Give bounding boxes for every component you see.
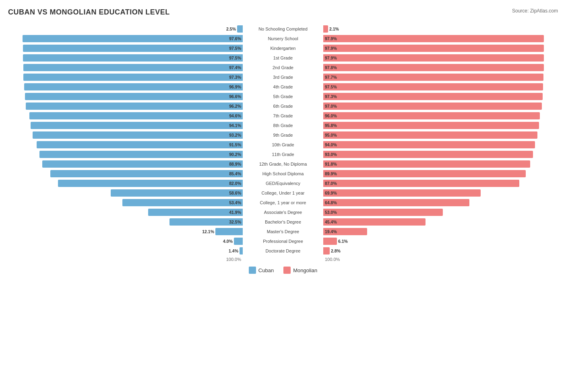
val-mongolian: 87.0% [325,181,337,186]
bar-row: 53.4% College, 1 year or more 64.8% [8,198,558,207]
bar-row: 97.3% 3rd Grade 97.7% [8,73,558,82]
bar-left: 32.5% [169,218,243,226]
bar-right-container: 45.4% [323,218,558,226]
bar-row: 4.0% Professional Degree 6.1% [8,237,558,246]
val-mongolian: 95.0% [325,133,337,138]
bar-left-container: 93.2% [8,131,243,139]
bar-pair: 88.9% 12th Grade, No Diploma 91.8% [8,160,558,168]
val-mongolian: 97.9% [325,55,337,60]
bar-right: 94.0% [323,141,535,148]
val-mongolian: 2.1% [329,27,339,31]
bar-row: 82.0% GED/Equivalency 87.0% [8,179,558,188]
val-mongolian: 2.8% [331,248,341,253]
bar-center-label: 9th Grade [243,132,323,138]
bar-left: 90.2% [39,151,243,158]
bar-right: 97.9% [323,35,544,42]
mongolian-label: Mongolian [293,267,317,273]
bar-right-container: 97.9% [323,35,558,42]
bar-left-container: 53.4% [8,199,243,206]
bar-right-container: 93.0% [323,151,558,158]
bar-left [240,247,243,254]
val-cuban: 32.5% [229,220,241,224]
bar-pair: 58.6% College, Under 1 year 69.9% [8,189,558,197]
bar-center-label: Doctorate Degree [243,248,323,254]
bar-right-container: 19.4% [323,228,558,235]
val-cuban: 41.9% [229,210,241,215]
val-cuban: 90.2% [229,152,241,157]
bar-pair: 97.5% Kindergarten 97.9% [8,44,558,53]
bar-right [323,25,328,33]
bar-right-container: 97.3% [323,93,558,100]
val-cuban: 12.1% [202,229,214,234]
val-mongolian: 19.4% [325,229,337,234]
bar-left [215,228,243,235]
bar-center-label: 10th Grade [243,142,323,148]
val-mongolian: 64.8% [325,200,337,205]
chart-source: Source: ZipAtlas.com [512,8,558,14]
axis-row: 100.0% 100.0% [8,257,558,262]
bar-pair: 97.6% Nursery School 97.9% [8,34,558,43]
bar-right: 97.9% [323,45,544,52]
bar-row: 1.4% Doctorate Degree 2.8% [8,246,558,255]
bar-center-label: Professional Degree [243,238,323,244]
val-cuban: 94.1% [229,123,241,128]
bar-left-container: 1.4% [8,247,243,254]
bar-center-label: 5th Grade [243,94,323,99]
val-mongolian: 53.0% [325,210,337,215]
bar-pair: 94.1% 8th Grade 95.8% [8,121,558,130]
bar-right-container: 97.5% [323,83,558,90]
bar-left: 97.5% [23,54,243,62]
bar-left: 88.9% [42,160,243,168]
bar-pair: 1.4% Doctorate Degree 2.8% [8,246,558,255]
bar-pair: 85.4% High School Diploma 89.9% [8,169,558,178]
bar-left-container: 41.9% [8,209,243,216]
bar-right: 97.9% [323,54,544,62]
bar-row: 32.5% Bachelor's Degree 45.4% [8,218,558,226]
val-cuban: 93.2% [229,133,241,138]
bar-row: 96.2% 6th Grade 97.0% [8,102,558,111]
bar-center-label: Kindergarten [243,45,323,51]
val-mongolian: 95.8% [325,123,337,128]
bar-right-container: 64.8% [323,199,558,206]
bar-row: 97.5% 1st Grade 97.9% [8,53,558,62]
bar-pair: 32.5% Bachelor's Degree 45.4% [8,218,558,226]
bar-center-label: 11th Grade [243,152,323,157]
axis-left: 100.0% [8,257,243,262]
bar-right: 53.0% [323,209,443,216]
bar-right: 45.4% [323,218,426,226]
val-cuban: 85.4% [229,171,241,176]
cuban-label: Cuban [258,267,274,273]
bar-row: 97.4% 2nd Grade 97.8% [8,63,558,72]
bar-right-container: 69.9% [323,189,558,197]
bar-right-container: 2.8% [323,247,558,254]
bar-row: 90.2% 11th Grade 93.0% [8,150,558,159]
bar-center-label: 1st Grade [243,55,323,61]
bar-left-container: 58.6% [8,189,243,197]
bar-center-label: Associate's Degree [243,209,323,215]
bar-pair: 97.4% 2nd Grade 97.8% [8,63,558,72]
val-cuban: 97.5% [229,55,241,60]
val-cuban: 91.5% [229,142,241,147]
bar-left: 96.9% [24,83,243,90]
bar-center-label: Nursery School [243,36,323,41]
bar-row: 96.9% 4th Grade 97.5% [8,82,558,91]
bar-right-container: 97.0% [323,103,558,110]
val-cuban: 2.5% [226,27,236,31]
bar-left-container: 97.5% [8,54,243,62]
legend-item-cuban: Cuban [249,267,274,274]
bar-row: 2.5% No Schooling Completed 2.1% [8,25,558,33]
chart-container: CUBAN VS MONGOLIAN EDUCATION LEVEL Sourc… [8,8,558,274]
bar-right: 95.8% [323,122,539,129]
bar-left-container: 94.6% [8,112,243,119]
val-cuban: 97.3% [229,75,241,80]
bar-right-container: 94.0% [323,141,558,148]
bar-right: 69.9% [323,189,481,197]
bar-right-container: 97.8% [323,64,558,71]
bar-left: 91.5% [37,141,243,148]
bar-left: 97.5% [23,45,243,52]
bar-right: 97.7% [323,74,543,81]
bar-left-container: 90.2% [8,151,243,158]
bar-row: 85.4% High School Diploma 89.9% [8,169,558,178]
bar-pair: 97.3% 3rd Grade 97.7% [8,73,558,82]
bar-left-container: 97.6% [8,35,243,42]
